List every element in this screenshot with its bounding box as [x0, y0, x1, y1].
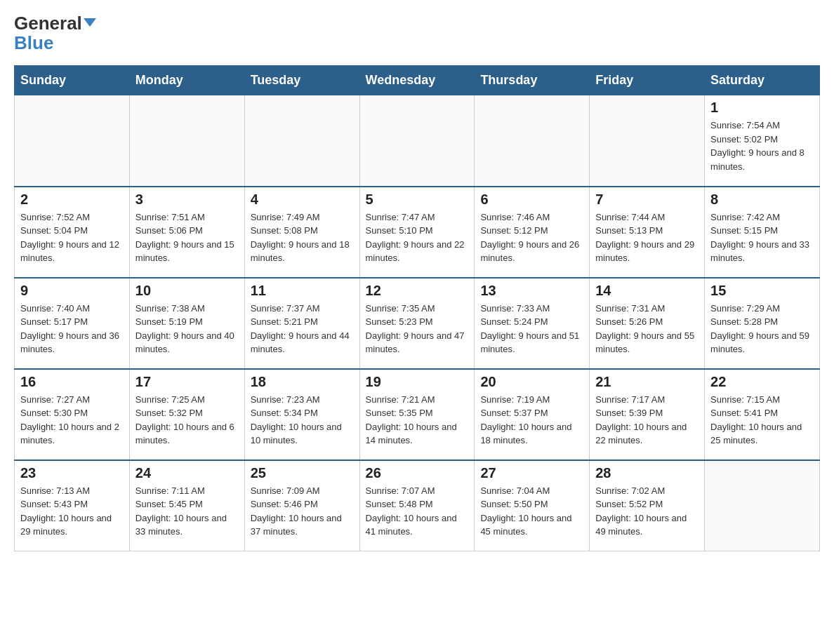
day-header-wednesday: Wednesday	[359, 66, 475, 95]
calendar-cell: 24Sunrise: 7:11 AMSunset: 5:45 PMDayligh…	[129, 460, 244, 551]
calendar-cell	[590, 95, 705, 187]
day-number: 12	[366, 283, 469, 299]
day-number: 3	[135, 192, 239, 208]
day-number: 13	[480, 283, 583, 299]
calendar-cell: 18Sunrise: 7:23 AMSunset: 5:34 PMDayligh…	[244, 369, 359, 460]
day-number: 24	[135, 465, 239, 481]
calendar-cell: 10Sunrise: 7:38 AMSunset: 5:19 PMDayligh…	[129, 278, 244, 369]
day-number: 25	[251, 465, 354, 481]
day-info: Sunrise: 7:27 AMSunset: 5:30 PMDaylight:…	[20, 393, 124, 448]
day-number: 8	[710, 192, 814, 208]
calendar-cell	[15, 95, 130, 187]
calendar-week-row: 9Sunrise: 7:40 AMSunset: 5:17 PMDaylight…	[15, 278, 820, 369]
day-info: Sunrise: 7:47 AMSunset: 5:10 PMDaylight:…	[366, 210, 469, 265]
day-info: Sunrise: 7:11 AMSunset: 5:45 PMDaylight:…	[135, 484, 239, 539]
calendar-cell: 16Sunrise: 7:27 AMSunset: 5:30 PMDayligh…	[15, 369, 130, 460]
day-header-friday: Friday	[590, 66, 705, 95]
page-header: General Blue	[14, 14, 820, 54]
day-info: Sunrise: 7:19 AMSunset: 5:37 PMDaylight:…	[480, 393, 583, 448]
day-number: 27	[480, 465, 583, 481]
day-number: 22	[710, 374, 814, 390]
day-info: Sunrise: 7:40 AMSunset: 5:17 PMDaylight:…	[20, 302, 124, 356]
calendar-cell: 9Sunrise: 7:40 AMSunset: 5:17 PMDaylight…	[15, 278, 130, 369]
calendar-cell: 7Sunrise: 7:44 AMSunset: 5:13 PMDaylight…	[590, 187, 705, 278]
day-info: Sunrise: 7:25 AMSunset: 5:32 PMDaylight:…	[135, 393, 239, 448]
calendar-cell	[359, 95, 475, 187]
day-info: Sunrise: 7:21 AMSunset: 5:35 PMDaylight:…	[366, 393, 469, 448]
calendar-cell: 13Sunrise: 7:33 AMSunset: 5:24 PMDayligh…	[475, 278, 590, 369]
logo-triangle-icon	[84, 18, 96, 27]
calendar-cell: 27Sunrise: 7:04 AMSunset: 5:50 PMDayligh…	[475, 460, 590, 551]
day-info: Sunrise: 7:37 AMSunset: 5:21 PMDaylight:…	[251, 302, 354, 356]
calendar-cell: 15Sunrise: 7:29 AMSunset: 5:28 PMDayligh…	[705, 278, 820, 369]
calendar-cell	[129, 95, 244, 187]
day-info: Sunrise: 7:07 AMSunset: 5:48 PMDaylight:…	[366, 484, 469, 539]
day-number: 17	[135, 374, 239, 390]
calendar-cell: 17Sunrise: 7:25 AMSunset: 5:32 PMDayligh…	[129, 369, 244, 460]
day-number: 7	[595, 192, 699, 208]
calendar-cell: 22Sunrise: 7:15 AMSunset: 5:41 PMDayligh…	[705, 369, 820, 460]
day-number: 9	[20, 283, 124, 299]
day-info: Sunrise: 7:33 AMSunset: 5:24 PMDaylight:…	[480, 302, 583, 356]
day-info: Sunrise: 7:15 AMSunset: 5:41 PMDaylight:…	[710, 393, 814, 448]
day-number: 4	[251, 192, 354, 208]
calendar-cell: 1Sunrise: 7:54 AMSunset: 5:02 PMDaylight…	[705, 95, 820, 187]
day-number: 14	[595, 283, 699, 299]
day-info: Sunrise: 7:13 AMSunset: 5:43 PMDaylight:…	[20, 484, 124, 539]
day-number: 19	[366, 374, 469, 390]
day-info: Sunrise: 7:29 AMSunset: 5:28 PMDaylight:…	[710, 302, 814, 356]
day-number: 20	[480, 374, 583, 390]
day-number: 5	[366, 192, 469, 208]
calendar-week-row: 2Sunrise: 7:52 AMSunset: 5:04 PMDaylight…	[15, 187, 820, 278]
calendar-week-row: 1Sunrise: 7:54 AMSunset: 5:02 PMDaylight…	[15, 95, 820, 187]
day-info: Sunrise: 7:44 AMSunset: 5:13 PMDaylight:…	[595, 210, 699, 265]
day-info: Sunrise: 7:49 AMSunset: 5:08 PMDaylight:…	[251, 210, 354, 265]
calendar-cell	[475, 95, 590, 187]
calendar-cell: 6Sunrise: 7:46 AMSunset: 5:12 PMDaylight…	[475, 187, 590, 278]
calendar-week-row: 23Sunrise: 7:13 AMSunset: 5:43 PMDayligh…	[15, 460, 820, 551]
day-info: Sunrise: 7:46 AMSunset: 5:12 PMDaylight:…	[480, 210, 583, 265]
day-number: 2	[20, 192, 124, 208]
day-number: 28	[595, 465, 699, 481]
calendar-header: SundayMondayTuesdayWednesdayThursdayFrid…	[15, 66, 820, 95]
calendar-week-row: 16Sunrise: 7:27 AMSunset: 5:30 PMDayligh…	[15, 369, 820, 460]
day-number: 21	[595, 374, 699, 390]
day-info: Sunrise: 7:04 AMSunset: 5:50 PMDaylight:…	[480, 484, 583, 539]
day-number: 1	[710, 100, 814, 116]
logo-general-text: General	[14, 14, 82, 32]
calendar-cell: 12Sunrise: 7:35 AMSunset: 5:23 PMDayligh…	[359, 278, 475, 369]
calendar-body: 1Sunrise: 7:54 AMSunset: 5:02 PMDaylight…	[15, 95, 820, 551]
calendar-cell: 23Sunrise: 7:13 AMSunset: 5:43 PMDayligh…	[15, 460, 130, 551]
day-info: Sunrise: 7:38 AMSunset: 5:19 PMDaylight:…	[135, 302, 239, 356]
day-header-thursday: Thursday	[475, 66, 590, 95]
calendar-cell: 3Sunrise: 7:51 AMSunset: 5:06 PMDaylight…	[129, 187, 244, 278]
day-number: 26	[366, 465, 469, 481]
logo: General Blue	[14, 14, 96, 54]
logo-blue-text: Blue	[14, 32, 53, 54]
calendar-table: SundayMondayTuesdayWednesdayThursdayFrid…	[14, 65, 820, 551]
day-header-monday: Monday	[129, 66, 244, 95]
calendar-cell: 28Sunrise: 7:02 AMSunset: 5:52 PMDayligh…	[590, 460, 705, 551]
day-info: Sunrise: 7:02 AMSunset: 5:52 PMDaylight:…	[595, 484, 699, 539]
calendar-cell: 26Sunrise: 7:07 AMSunset: 5:48 PMDayligh…	[359, 460, 475, 551]
day-info: Sunrise: 7:35 AMSunset: 5:23 PMDaylight:…	[366, 302, 469, 356]
day-info: Sunrise: 7:17 AMSunset: 5:39 PMDaylight:…	[595, 393, 699, 448]
day-number: 15	[710, 283, 814, 299]
calendar-cell: 4Sunrise: 7:49 AMSunset: 5:08 PMDaylight…	[244, 187, 359, 278]
day-number: 11	[251, 283, 354, 299]
day-header-sunday: Sunday	[15, 66, 130, 95]
calendar-cell	[244, 95, 359, 187]
calendar-cell: 19Sunrise: 7:21 AMSunset: 5:35 PMDayligh…	[359, 369, 475, 460]
day-info: Sunrise: 7:09 AMSunset: 5:46 PMDaylight:…	[251, 484, 354, 539]
calendar-cell	[705, 460, 820, 551]
day-info: Sunrise: 7:31 AMSunset: 5:26 PMDaylight:…	[595, 302, 699, 356]
calendar-cell: 5Sunrise: 7:47 AMSunset: 5:10 PMDaylight…	[359, 187, 475, 278]
calendar-cell: 14Sunrise: 7:31 AMSunset: 5:26 PMDayligh…	[590, 278, 705, 369]
day-number: 23	[20, 465, 124, 481]
day-info: Sunrise: 7:52 AMSunset: 5:04 PMDaylight:…	[20, 210, 124, 265]
day-header-saturday: Saturday	[705, 66, 820, 95]
day-number: 10	[135, 283, 239, 299]
day-info: Sunrise: 7:23 AMSunset: 5:34 PMDaylight:…	[251, 393, 354, 448]
day-header-tuesday: Tuesday	[244, 66, 359, 95]
day-number: 18	[251, 374, 354, 390]
